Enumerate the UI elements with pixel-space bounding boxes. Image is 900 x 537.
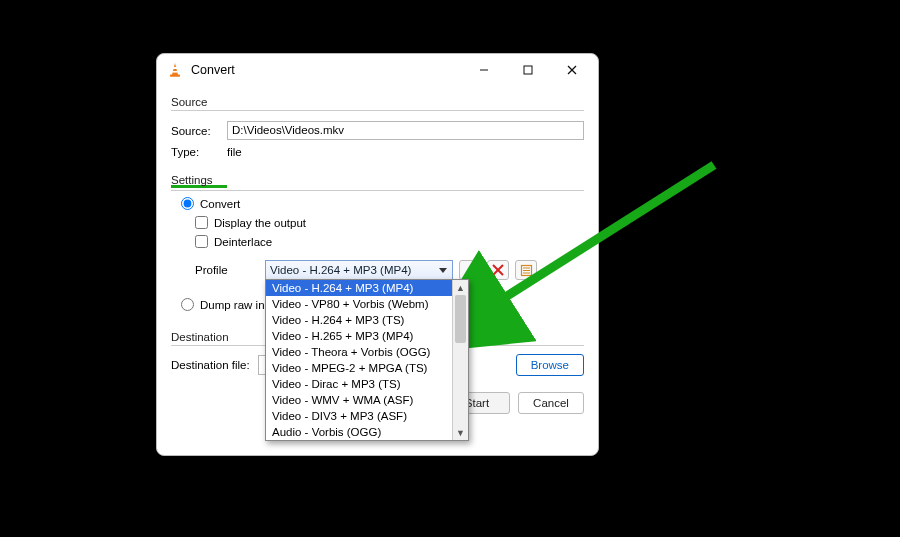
divider	[171, 110, 584, 111]
deinterlace-checkbox[interactable]: Deinterlace	[195, 235, 584, 248]
destination-file-label: Destination file:	[171, 359, 250, 371]
scroll-up-button[interactable]: ▲	[453, 280, 468, 295]
profile-option-list: Video - H.264 + MP3 (MP4)Video - VP80 + …	[266, 280, 452, 440]
profile-option[interactable]: Video - H.264 + MP3 (TS)	[266, 312, 452, 328]
convert-radio-input[interactable]	[181, 197, 194, 210]
svg-point-8	[470, 264, 475, 269]
window-title: Convert	[191, 63, 235, 77]
delete-profile-button[interactable]	[487, 260, 509, 280]
divider	[171, 190, 584, 191]
close-button[interactable]	[550, 55, 594, 85]
convert-dialog: Convert Source Source: D:\Videos\Videos.…	[156, 53, 599, 456]
vlc-cone-icon	[167, 62, 183, 78]
profile-option[interactable]: Video - Dirac + MP3 (TS)	[266, 376, 452, 392]
source-input[interactable]: D:\Videos\Videos.mkv	[227, 121, 584, 140]
profile-combobox[interactable]: Video - H.264 + MP3 (MP4) Video - H.264 …	[265, 260, 453, 280]
maximize-button[interactable]	[506, 55, 550, 85]
cancel-button[interactable]: Cancel	[518, 392, 584, 414]
profile-selected-display[interactable]: Video - H.264 + MP3 (MP4)	[265, 260, 453, 280]
display-output-label: Display the output	[214, 217, 306, 229]
edit-profile-button[interactable]	[459, 260, 481, 280]
profile-option[interactable]: Video - DIV3 + MP3 (ASF)	[266, 408, 452, 424]
profile-option[interactable]: Video - Theora + Vorbis (OGG)	[266, 344, 452, 360]
display-output-checkbox[interactable]: Display the output	[195, 216, 584, 229]
profile-option[interactable]: Video - VP80 + Vorbis (Webm)	[266, 296, 452, 312]
source-label: Source:	[171, 125, 219, 137]
source-group-label: Source	[171, 96, 584, 108]
minimize-button[interactable]	[462, 55, 506, 85]
type-value: file	[227, 146, 242, 158]
display-output-checkbox-input[interactable]	[195, 216, 208, 229]
titlebar: Convert	[157, 54, 598, 86]
dump-raw-radio-input[interactable]	[181, 298, 194, 311]
profile-option[interactable]: Video - MPEG-2 + MPGA (TS)	[266, 360, 452, 376]
profile-option[interactable]: Video - WMV + WMA (ASF)	[266, 392, 452, 408]
source-group: Source Source: D:\Videos\Videos.mkv Type…	[171, 96, 584, 158]
profile-option[interactable]: Video - H.265 + MP3 (MP4)	[266, 328, 452, 344]
scroll-thumb[interactable]	[455, 295, 466, 343]
svg-rect-5	[524, 66, 532, 74]
convert-radio[interactable]: Convert	[181, 197, 584, 210]
svg-rect-3	[170, 75, 180, 77]
profile-row: Profile Video - H.264 + MP3 (MP4) Video …	[195, 260, 584, 280]
convert-radio-label: Convert	[200, 198, 240, 210]
delete-icon	[492, 264, 504, 276]
svg-rect-2	[173, 71, 178, 73]
profile-option[interactable]: Video - H.264 + MP3 (MP4)	[266, 280, 452, 296]
svg-rect-1	[172, 67, 178, 69]
profile-option[interactable]: Audio - Vorbis (OGG)	[266, 424, 452, 440]
dropdown-scrollbar[interactable]: ▲ ▼	[452, 280, 468, 440]
settings-group: Settings Convert Display the output Dein…	[171, 174, 584, 311]
profile-dropdown: Video - H.264 + MP3 (MP4)Video - VP80 + …	[265, 279, 469, 441]
new-profile-button[interactable]	[515, 260, 537, 280]
wrench-icon	[463, 263, 477, 277]
type-label: Type:	[171, 146, 219, 158]
deinterlace-label: Deinterlace	[214, 236, 272, 248]
settings-group-label: Settings	[171, 174, 584, 188]
deinterlace-checkbox-input[interactable]	[195, 235, 208, 248]
dialog-content: Source Source: D:\Videos\Videos.mkv Type…	[157, 86, 598, 424]
profile-label: Profile	[195, 264, 259, 276]
browse-button[interactable]: Browse	[516, 354, 584, 376]
new-profile-icon	[520, 264, 533, 277]
scroll-down-button[interactable]: ▼	[453, 425, 468, 440]
